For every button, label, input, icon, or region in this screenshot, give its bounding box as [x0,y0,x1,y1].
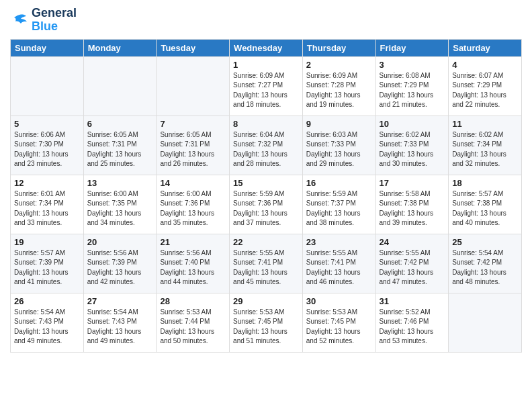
calendar-cell [11,56,84,116]
logo: GeneralBlue [10,7,77,34]
day-number: 25 [452,237,518,247]
calendar-cell: 14Sunrise: 6:00 AM Sunset: 7:36 PM Dayli… [157,175,230,234]
calendar-cell: 31Sunrise: 5:52 AM Sunset: 7:46 PM Dayli… [375,293,449,352]
calendar-cell: 30Sunrise: 5:53 AM Sunset: 7:45 PM Dayli… [302,293,375,352]
day-info: Sunrise: 5:53 AM Sunset: 7:45 PM Dayligh… [233,308,299,347]
day-info: Sunrise: 6:02 AM Sunset: 7:33 PM Dayligh… [380,130,445,169]
weekday-header-wednesday: Wednesday [230,39,303,56]
calendar-cell: 27Sunrise: 5:54 AM Sunset: 7:43 PM Dayli… [83,293,157,352]
day-number: 7 [160,119,226,129]
calendar-cell: 21Sunrise: 5:56 AM Sunset: 7:40 PM Dayli… [157,234,230,293]
day-number: 6 [87,119,153,129]
weekday-header-sunday: Sunday [11,39,84,56]
day-info: Sunrise: 6:08 AM Sunset: 7:29 PM Dayligh… [380,71,445,110]
day-info: Sunrise: 5:56 AM Sunset: 7:39 PM Dayligh… [87,248,153,287]
day-number: 9 [306,119,372,129]
calendar-cell [83,56,157,116]
day-number: 28 [160,296,226,306]
day-number: 3 [380,60,445,70]
day-number: 10 [380,119,445,129]
day-info: Sunrise: 5:55 AM Sunset: 7:41 PM Dayligh… [233,248,299,287]
calendar-cell: 22Sunrise: 5:55 AM Sunset: 7:41 PM Dayli… [230,234,303,293]
day-number: 23 [306,237,372,247]
calendar-cell: 12Sunrise: 6:01 AM Sunset: 7:34 PM Dayli… [11,175,84,234]
calendar-cell: 9Sunrise: 6:03 AM Sunset: 7:33 PM Daylig… [302,116,375,175]
calendar-cell: 26Sunrise: 5:54 AM Sunset: 7:43 PM Dayli… [11,293,84,352]
day-info: Sunrise: 5:54 AM Sunset: 7:43 PM Dayligh… [14,308,80,347]
calendar-cell: 20Sunrise: 5:56 AM Sunset: 7:39 PM Dayli… [83,234,157,293]
day-number: 2 [306,60,372,70]
weekday-header-tuesday: Tuesday [157,39,230,56]
day-info: Sunrise: 6:02 AM Sunset: 7:34 PM Dayligh… [452,130,518,169]
day-number: 13 [87,178,153,188]
day-number: 20 [87,237,153,247]
day-info: Sunrise: 5:54 AM Sunset: 7:43 PM Dayligh… [87,308,153,347]
day-info: Sunrise: 6:07 AM Sunset: 7:29 PM Dayligh… [452,71,518,110]
calendar-header-row: SundayMondayTuesdayWednesdayThursdayFrid… [11,39,522,56]
day-info: Sunrise: 5:55 AM Sunset: 7:41 PM Dayligh… [306,248,372,287]
calendar-cell: 10Sunrise: 6:02 AM Sunset: 7:33 PM Dayli… [375,116,449,175]
day-info: Sunrise: 5:55 AM Sunset: 7:42 PM Dayligh… [380,248,445,287]
logo-text: GeneralBlue [32,7,77,34]
day-info: Sunrise: 5:57 AM Sunset: 7:38 PM Dayligh… [452,189,518,228]
calendar-cell: 5Sunrise: 6:06 AM Sunset: 7:30 PM Daylig… [11,116,84,175]
day-info: Sunrise: 5:52 AM Sunset: 7:46 PM Dayligh… [380,308,445,347]
calendar-cell: 11Sunrise: 6:02 AM Sunset: 7:34 PM Dayli… [449,116,522,175]
week-row-2: 5Sunrise: 6:06 AM Sunset: 7:30 PM Daylig… [11,116,522,175]
day-info: Sunrise: 5:54 AM Sunset: 7:42 PM Dayligh… [452,248,518,287]
calendar-cell: 28Sunrise: 5:53 AM Sunset: 7:44 PM Dayli… [157,293,230,352]
calendar-cell: 25Sunrise: 5:54 AM Sunset: 7:42 PM Dayli… [449,234,522,293]
header: GeneralBlue [10,7,522,34]
day-info: Sunrise: 5:58 AM Sunset: 7:38 PM Dayligh… [380,189,445,228]
day-info: Sunrise: 6:00 AM Sunset: 7:35 PM Dayligh… [87,189,153,228]
day-number: 15 [233,178,299,188]
day-number: 27 [87,296,153,306]
weekday-header-saturday: Saturday [449,39,522,56]
day-info: Sunrise: 6:04 AM Sunset: 7:32 PM Dayligh… [233,130,299,169]
day-info: Sunrise: 6:09 AM Sunset: 7:27 PM Dayligh… [233,71,299,110]
calendar-cell: 15Sunrise: 5:59 AM Sunset: 7:36 PM Dayli… [230,175,303,234]
calendar-cell: 2Sunrise: 6:09 AM Sunset: 7:28 PM Daylig… [302,56,375,116]
day-info: Sunrise: 5:53 AM Sunset: 7:45 PM Dayligh… [306,308,372,347]
page: GeneralBlue SundayMondayTuesdayWednesday… [0,0,532,411]
day-number: 16 [306,178,372,188]
day-number: 11 [452,119,518,129]
day-number: 29 [233,296,299,306]
calendar-cell: 1Sunrise: 6:09 AM Sunset: 7:27 PM Daylig… [230,56,303,116]
weekday-header-monday: Monday [83,39,157,56]
day-number: 19 [14,237,80,247]
day-info: Sunrise: 6:09 AM Sunset: 7:28 PM Dayligh… [306,71,372,110]
day-number: 30 [306,296,372,306]
day-number: 8 [233,119,299,129]
day-number: 24 [380,237,445,247]
day-number: 4 [452,60,518,70]
calendar: SundayMondayTuesdayWednesdayThursdayFrid… [10,39,522,353]
day-number: 21 [160,237,226,247]
day-info: Sunrise: 6:00 AM Sunset: 7:36 PM Dayligh… [160,189,226,228]
calendar-cell: 7Sunrise: 6:05 AM Sunset: 7:31 PM Daylig… [157,116,230,175]
calendar-cell: 17Sunrise: 5:58 AM Sunset: 7:38 PM Dayli… [375,175,449,234]
day-info: Sunrise: 6:01 AM Sunset: 7:34 PM Dayligh… [14,189,80,228]
week-row-4: 19Sunrise: 5:57 AM Sunset: 7:39 PM Dayli… [11,234,522,293]
calendar-cell: 23Sunrise: 5:55 AM Sunset: 7:41 PM Dayli… [302,234,375,293]
week-row-1: 1Sunrise: 6:09 AM Sunset: 7:27 PM Daylig… [11,56,522,116]
day-info: Sunrise: 5:57 AM Sunset: 7:39 PM Dayligh… [14,248,80,287]
calendar-cell: 13Sunrise: 6:00 AM Sunset: 7:35 PM Dayli… [83,175,157,234]
day-number: 14 [160,178,226,188]
calendar-cell [157,56,230,116]
calendar-cell: 6Sunrise: 6:05 AM Sunset: 7:31 PM Daylig… [83,116,157,175]
week-row-5: 26Sunrise: 5:54 AM Sunset: 7:43 PM Dayli… [11,293,522,352]
day-info: Sunrise: 5:59 AM Sunset: 7:36 PM Dayligh… [233,189,299,228]
week-row-3: 12Sunrise: 6:01 AM Sunset: 7:34 PM Dayli… [11,175,522,234]
day-number: 17 [380,178,445,188]
calendar-cell [449,293,522,352]
day-info: Sunrise: 6:06 AM Sunset: 7:30 PM Dayligh… [14,130,80,169]
calendar-cell: 3Sunrise: 6:08 AM Sunset: 7:29 PM Daylig… [375,56,449,116]
calendar-cell: 8Sunrise: 6:04 AM Sunset: 7:32 PM Daylig… [230,116,303,175]
day-number: 1 [233,60,299,70]
day-info: Sunrise: 5:53 AM Sunset: 7:44 PM Dayligh… [160,308,226,347]
day-info: Sunrise: 5:56 AM Sunset: 7:40 PM Dayligh… [160,248,226,287]
calendar-cell: 4Sunrise: 6:07 AM Sunset: 7:29 PM Daylig… [449,56,522,116]
day-info: Sunrise: 5:59 AM Sunset: 7:37 PM Dayligh… [306,189,372,228]
weekday-header-thursday: Thursday [302,39,375,56]
